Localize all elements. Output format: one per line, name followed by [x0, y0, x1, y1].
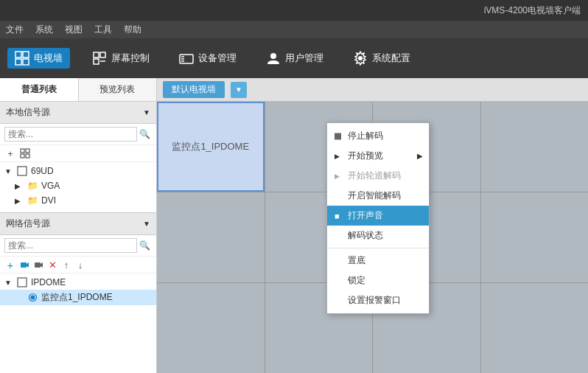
ctx-start-preview[interactable]: ▶ 开始预览 ▶ [327, 146, 429, 166]
local-search-bar: 🔍 [0, 124, 156, 145]
svg-rect-4 [94, 52, 99, 57]
title-bar: iVMS-4200电视墙客户端 [0, 0, 588, 21]
svg-rect-0 [15, 52, 21, 57]
toolbar-tv-wall[interactable]: 电视墙 [7, 48, 70, 69]
local-grid-btn[interactable] [19, 147, 31, 159]
tab-bar: 普通列表 预览列表 [0, 78, 156, 102]
local-signal-header: 本地信号源 ▼ [0, 102, 156, 124]
ctx-lock[interactable]: 锁定 [327, 271, 429, 290]
network-search-bar: 🔍 [0, 235, 156, 257]
local-tree-vga[interactable]: ▶ 📁 VGA [0, 178, 156, 193]
local-add-btn[interactable]: + [4, 147, 16, 159]
svg-marker-22 [41, 262, 43, 268]
local-signal-section: 本地信号源 ▼ 🔍 + ▼ [0, 102, 156, 209]
network-add-btn[interactable]: + [4, 259, 16, 271]
menu-view[interactable]: 视图 [65, 24, 83, 36]
svg-rect-15 [26, 149, 29, 153]
preview-arrow-icon: ▶ [417, 152, 423, 160]
app-title: iVMS-4200电视墙客户端 [484, 4, 581, 17]
video-cell-7[interactable] [481, 192, 589, 282]
ctx-open-audio[interactable]: ■ 打开声音 [327, 206, 429, 226]
user-mgr-label: 用户管理 [285, 52, 323, 65]
sidebar: 普通列表 预览列表 本地信号源 ▼ 🔍 + [0, 78, 157, 373]
screen-ctrl-icon [92, 51, 107, 66]
main-toolbar: 电视墙 屏幕控制 设备管理 [0, 38, 588, 78]
local-search-input[interactable] [4, 127, 137, 142]
local-signal-collapse[interactable]: ▼ [143, 108, 150, 116]
audio-bullet: ■ [335, 212, 340, 220]
wall-header: 默认电视墙 ▼ [157, 78, 588, 102]
svg-point-12 [270, 53, 276, 59]
network-cam2-btn[interactable] [32, 259, 44, 271]
local-tree-root[interactable]: ▼ 69UD [0, 164, 156, 178]
network-search-input[interactable] [4, 238, 137, 253]
local-search-button[interactable]: 🔍 [137, 127, 152, 142]
svg-rect-14 [21, 149, 24, 153]
tv-wall-icon [15, 51, 29, 66]
video-cell-3[interactable] [481, 102, 589, 192]
svg-rect-1 [23, 52, 29, 57]
local-toolbar: + [0, 145, 156, 162]
svg-point-13 [358, 56, 363, 60]
network-toolbar: + ✕ ↑ ↓ [0, 257, 156, 273]
sys-config-label: 系统配置 [372, 52, 410, 65]
tab-preview-list[interactable]: 预览列表 [79, 78, 157, 101]
svg-point-24 [30, 296, 35, 300]
main-content: 普通列表 预览列表 本地信号源 ▼ 🔍 + [0, 78, 588, 373]
network-search-button[interactable]: 🔍 [137, 238, 152, 253]
svg-rect-18 [18, 167, 27, 175]
menu-help[interactable]: 帮助 [124, 24, 141, 36]
ctx-smart-decode[interactable]: 开启智能解码 [327, 186, 429, 206]
svg-rect-23 [18, 278, 27, 287]
ctx-stop-decode[interactable]: 停止解码 [327, 126, 429, 146]
toolbar-sys-config[interactable]: 系统配置 [346, 48, 418, 69]
network-signal-collapse[interactable]: ▼ [143, 220, 150, 228]
svg-rect-19 [21, 262, 27, 268]
ctx-start-patrol: ▶ 开始轮巡解码 [327, 166, 429, 186]
device-mgr-label: 设备管理 [198, 52, 237, 65]
video-cell-11[interactable] [481, 283, 589, 373]
network-delete-btn[interactable]: ✕ [46, 259, 58, 271]
network-tree-ipdome[interactable]: ▼ IPDOME [0, 275, 156, 290]
ctx-separator-1 [327, 248, 429, 248]
sys-config-icon [353, 51, 368, 66]
video-cell-0[interactable]: 监控点1_IPDOME [157, 102, 265, 192]
ctx-decode-status[interactable]: 解码状态 [327, 226, 429, 245]
video-cell-4[interactable] [157, 192, 265, 282]
local-tree: ▼ 69UD ▶ 📁 VGA ▶ 📁 DVI [0, 162, 156, 209]
svg-rect-5 [100, 52, 105, 57]
local-tree-dvi[interactable]: ▶ 📁 DVI [0, 193, 156, 208]
tab-normal-list[interactable]: 普通列表 [0, 78, 79, 101]
network-tree: ▼ IPDOME 监控点1_IPDOME [0, 273, 156, 307]
wall-name-label: 默认电视墙 [172, 84, 216, 94]
video-wall-content: 默认电视墙 ▼ 监控点1_IPDOME 停止解码 [157, 78, 588, 373]
menu-tools[interactable]: 工具 [94, 24, 112, 36]
svg-rect-21 [35, 262, 41, 268]
local-signal-title: 本地信号源 [6, 106, 50, 119]
ctx-put-bottom[interactable]: 置底 [327, 251, 429, 271]
network-cam1-btn[interactable] [18, 259, 30, 271]
cell-label-0: 监控点1_IPDOME [172, 140, 249, 153]
network-signal-title: 网络信号源 [6, 217, 50, 230]
wall-name-button[interactable]: 默认电视墙 [163, 81, 225, 98]
wall-dropdown-button[interactable]: ▼ [231, 82, 247, 98]
menu-file[interactable]: 文件 [6, 24, 24, 36]
network-tree-cam1[interactable]: 监控点1_IPDOME [0, 290, 156, 305]
video-cell-8[interactable] [157, 283, 265, 373]
screen-ctrl-label: 屏幕控制 [111, 52, 150, 65]
context-menu: 停止解码 ▶ 开始预览 ▶ ▶ 开始轮巡解码 开启智能解码 ■ 打开声音 解码状… [326, 122, 430, 314]
svg-rect-6 [94, 59, 99, 64]
toolbar-user-mgr[interactable]: 用户管理 [259, 48, 331, 69]
menu-bar: 文件 系统 视图 工具 帮助 [0, 21, 588, 38]
svg-marker-20 [27, 262, 29, 268]
svg-rect-16 [21, 154, 24, 158]
svg-rect-2 [15, 59, 21, 65]
toolbar-device-mgr[interactable]: 设备管理 [172, 48, 244, 69]
ctx-set-alarm-win[interactable]: 设置报警窗口 [327, 290, 429, 310]
network-down-btn[interactable]: ↓ [74, 259, 86, 271]
menu-system[interactable]: 系统 [35, 24, 53, 36]
toolbar-screen-ctrl[interactable]: 屏幕控制 [85, 48, 157, 69]
device-mgr-icon [179, 51, 194, 66]
network-up-btn[interactable]: ↑ [60, 259, 72, 271]
user-mgr-icon [266, 51, 281, 66]
